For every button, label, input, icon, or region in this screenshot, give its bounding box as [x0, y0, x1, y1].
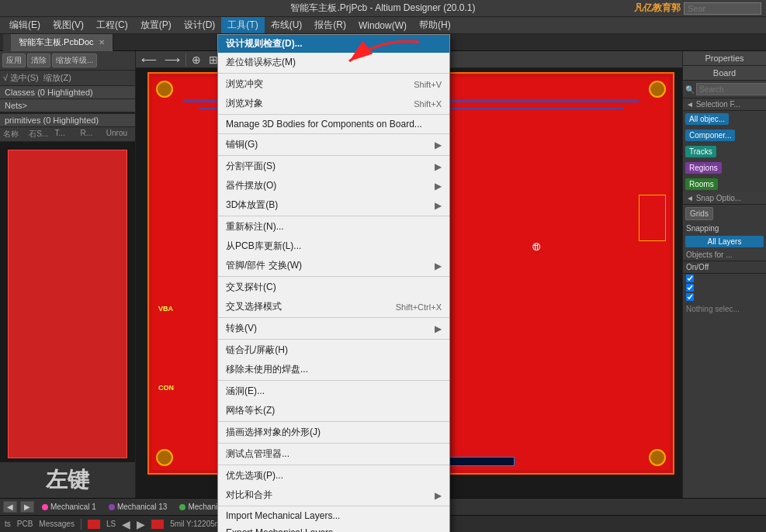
- dropdown-item-netlength[interactable]: 网络等长(Z): [218, 401, 449, 420]
- item-outline-label: 描画选择对象的外形(J): [226, 426, 321, 439]
- status-color-box2: [151, 520, 164, 529]
- tab-close[interactable]: ✕: [99, 38, 105, 47]
- menu-item-view[interactable]: 视图(V): [47, 17, 90, 33]
- panel-messages[interactable]: Messages: [39, 520, 75, 528]
- dropdown-item-removepad[interactable]: 移除未使用的焊盘...: [218, 360, 449, 379]
- toolbar-btn-1[interactable]: ⟵: [139, 54, 159, 66]
- menu-item-help[interactable]: 帮助(H): [413, 17, 457, 33]
- clear-btn[interactable]: 清除: [27, 54, 50, 67]
- sep8: [218, 339, 449, 340]
- sep3: [218, 133, 449, 134]
- item-xprobe-label: 交叉探针(C): [226, 281, 276, 294]
- rp-title: Properties: [683, 51, 766, 66]
- nav-next[interactable]: ▶: [137, 518, 145, 530]
- dropdown-item-via[interactable]: 涵洞(E)...: [218, 382, 449, 401]
- item-swap-arrow: ▶: [435, 261, 442, 271]
- layer-dot-mech1: [42, 504, 48, 510]
- col-name: 名称: [3, 129, 29, 140]
- dropdown-item-export-mech[interactable]: Export Mechanical Layers...: [218, 524, 449, 532]
- on-off-label: On/Off: [686, 263, 709, 271]
- panel-pcb[interactable]: PCB: [17, 520, 33, 528]
- menu-item-project[interactable]: 工程(C): [90, 17, 134, 33]
- pcb-component-tl: [156, 81, 173, 98]
- dropdown-item-xprobe[interactable]: 交叉探针(C): [218, 278, 449, 297]
- menu-item-tools[interactable]: 工具(T): [221, 17, 264, 33]
- item-compare-arrow: ▶: [435, 490, 442, 501]
- item-conflict-shortcut: Shift+V: [414, 80, 442, 89]
- menu-item-design[interactable]: 设计(D): [178, 17, 222, 33]
- dropdown-item-component-place[interactable]: 器件摆放(O) ▶: [218, 176, 449, 195]
- snap-options-label: ◄ Snap Optio...: [683, 192, 766, 205]
- all-layers-btn[interactable]: All Layers: [685, 236, 764, 247]
- layer-tab-mech13[interactable]: Mechanical 13: [104, 501, 172, 513]
- item-3dplace-label: 3D体放置(B): [226, 199, 278, 212]
- dropdown-item-convert[interactable]: 转换(V) ▶: [218, 319, 449, 338]
- dropdown-item-updatefrom[interactable]: 从PCB库更新(L)...: [218, 237, 449, 256]
- pcb-num-1: ⑪: [532, 242, 540, 253]
- menu-item-window[interactable]: Window(W): [352, 19, 413, 33]
- dropdown-item-3dplace[interactable]: 3D体放置(B) ▶: [218, 195, 449, 215]
- nav-prev[interactable]: ◀: [122, 518, 130, 530]
- dropdown-item-browse[interactable]: 浏览对象 Shift+X: [218, 94, 449, 113]
- dropdown-item-xselect[interactable]: 交叉选择模式 Shift+Ctrl+X: [218, 297, 449, 316]
- dropdown-item-outline[interactable]: 描画选择对象的外形(J): [218, 423, 449, 442]
- item-copper-arrow: ▶: [435, 140, 442, 150]
- checkbox-2[interactable]: [686, 284, 694, 292]
- sep1: [218, 73, 449, 74]
- dropdown-item-3d[interactable]: Manage 3D Bodies for Components on Board…: [218, 116, 449, 133]
- sep4: [218, 155, 449, 156]
- menu-item-edit[interactable]: 编辑(E): [3, 17, 47, 33]
- sep10: [218, 421, 449, 422]
- dropdown-item-marker[interactable]: 差位错误标志(M): [218, 53, 449, 72]
- sep13: [218, 506, 449, 506]
- rooms-btn-row: Rooms: [683, 176, 766, 192]
- checkbox-3[interactable]: [686, 293, 694, 301]
- zoom-level-btn[interactable]: 缩放等级...: [52, 54, 97, 67]
- layer-nav-left[interactable]: ◀: [3, 501, 17, 513]
- apply-btn[interactable]: 应用: [2, 54, 26, 67]
- layer-tab-mech1[interactable]: Mechanical 1: [37, 501, 101, 513]
- item-split-arrow: ▶: [435, 161, 442, 172]
- checkbox-1[interactable]: [686, 275, 694, 282]
- regions-btn[interactable]: Regions: [685, 162, 722, 174]
- dropdown-item-shield[interactable]: 链合孔/屏蔽(H): [218, 340, 449, 360]
- menu-item-report[interactable]: 报告(R): [308, 17, 352, 33]
- dropdown-item-swap[interactable]: 管脚/部件 交换(W) ▶: [218, 256, 449, 275]
- tracks-btn[interactable]: Tracks: [685, 146, 716, 157]
- rooms-btn[interactable]: Rooms: [685, 178, 718, 190]
- item-removepad-label: 移除未使用的焊盘...: [226, 363, 308, 376]
- left-panel-controls: 应用 清除 缩放等级...: [0, 51, 135, 71]
- item-via-label: 涵洞(E)...: [226, 385, 265, 398]
- dropdown-item-import-mech[interactable]: Import Mechanical Layers...: [218, 507, 449, 524]
- layer-nav-right[interactable]: ▶: [20, 501, 34, 513]
- dropdown-item-compare[interactable]: 对比和合并 ▶: [218, 485, 449, 505]
- menu-item-route[interactable]: 布线(U): [265, 17, 309, 33]
- panel-ts[interactable]: ts: [5, 520, 11, 528]
- tab-pcbdoc[interactable]: 智能车主板.PcbDoc ✕: [11, 34, 113, 51]
- components-btn[interactable]: Componer...: [685, 130, 735, 141]
- dropdown-item-conflict[interactable]: 浏览冲突 Shift+V: [218, 74, 449, 94]
- dropdown-item-renumber[interactable]: 重新标注(N)...: [218, 217, 449, 237]
- item-swap-label: 管脚/部件 交换(W): [226, 259, 302, 272]
- item-3d-label: Manage 3D Bodies for Components on Board…: [226, 119, 422, 130]
- grids-btn[interactable]: Grids: [685, 207, 713, 220]
- dropdown-item-splitplane[interactable]: 分割平面(S) ▶: [218, 157, 449, 176]
- rp-search-input[interactable]: [696, 83, 766, 95]
- selection-filter-btns: All objec...: [683, 111, 766, 127]
- dropdown-header-item[interactable]: 设计规则检查(D)...: [218, 35, 449, 53]
- menu-item-place[interactable]: 放置(P): [134, 17, 178, 33]
- dropdown-item-prefs[interactable]: 优先选项(P)...: [218, 466, 449, 485]
- thumbnail-pcb-inner: [8, 150, 127, 458]
- status-color-box: [88, 520, 100, 529]
- dropdown-item-copper[interactable]: 铺铜(G) ▶: [218, 135, 449, 154]
- item-update-label: 从PCB库更新(L)...: [226, 240, 301, 253]
- toolbar-btn-zoom[interactable]: ⊕: [189, 54, 203, 66]
- layer-label-mech13: Mechanical 13: [117, 503, 167, 511]
- dropdown-item-testpoint[interactable]: 测试点管理器...: [218, 444, 449, 464]
- all-objects-btn[interactable]: All objec...: [685, 113, 729, 125]
- item-comp-place-label: 器件摆放(O): [226, 179, 276, 192]
- title-search-input[interactable]: [684, 2, 761, 15]
- dropdown-menu: 设计规则检查(D)... 差位错误标志(M) 浏览冲突 Shift+V 浏览对象…: [217, 34, 450, 532]
- item-renumber-label: 重新标注(N)...: [226, 220, 284, 233]
- toolbar-btn-2[interactable]: ⟶: [162, 54, 182, 66]
